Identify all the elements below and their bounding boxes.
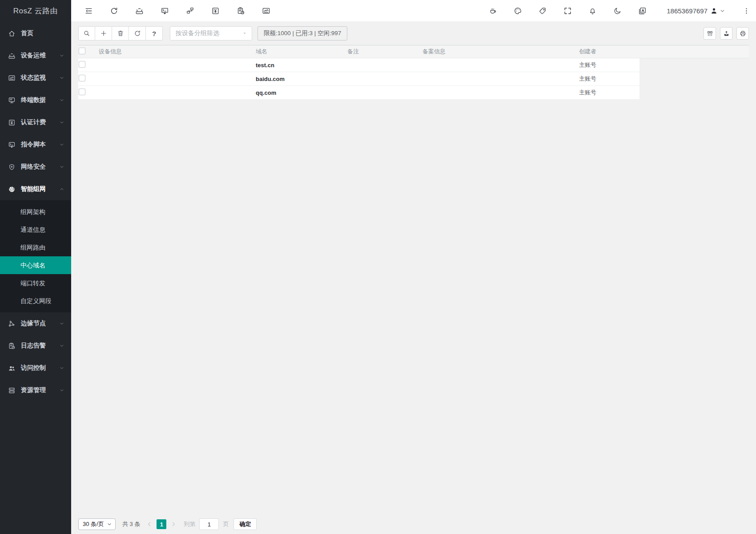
clipboard-clock-icon[interactable] [237, 7, 245, 15]
sidebar-item-resource-mgmt[interactable]: 资源管理 [0, 379, 71, 401]
question-glyph: ? [152, 30, 156, 37]
export-button[interactable] [720, 27, 732, 40]
users-icon [8, 364, 16, 372]
sidebar-item-device-ops[interactable]: 设备运维 [0, 44, 71, 67]
moon-icon[interactable] [613, 7, 622, 15]
sidebar-item-home[interactable]: 首页 [0, 22, 71, 44]
refresh-icon [134, 30, 141, 37]
sidebar-item-log-alert[interactable]: 日志告警 [0, 335, 71, 357]
columns-button[interactable] [704, 27, 716, 40]
chevron-down-icon [59, 75, 64, 81]
confirm-button[interactable]: 确定 [233, 518, 257, 530]
sidebar-item-auth-billing[interactable]: 认证计费 [0, 111, 71, 134]
table-header: 设备信息域名备注备案信息创建者 [78, 45, 749, 58]
user-icon [710, 7, 718, 15]
billing-icon[interactable] [211, 7, 220, 15]
column-header: 备案信息 [422, 48, 579, 56]
sidebar-item-network-security[interactable]: 网络安全 [0, 156, 71, 178]
sidebar-subitem-network-route[interactable]: 组网路由 [0, 239, 71, 256]
columns-icon [707, 30, 713, 37]
device-group-filter-select[interactable]: 按设备分组筛选 [170, 26, 252, 40]
column-header: 设备信息 [99, 48, 256, 56]
chevron-up-icon [59, 186, 64, 192]
sidebar-item-edge-node[interactable]: 边缘节点 [0, 312, 71, 335]
sidebar-item-label: 指令脚本 [21, 141, 59, 149]
current-page-button[interactable]: 1 [157, 519, 166, 529]
translate-icon[interactable] [638, 7, 647, 15]
topology-icon[interactable] [186, 7, 194, 15]
column-header: 备注 [347, 48, 422, 56]
sidebar-item-label: 资源管理 [21, 386, 59, 394]
palette-icon[interactable] [514, 7, 522, 15]
row-checkbox[interactable] [79, 75, 85, 81]
goto-page-input[interactable] [199, 518, 219, 530]
table-body: test.cn主账号baidu.com主账号qq.com主账号 [78, 58, 749, 100]
caret-down-icon [242, 31, 247, 36]
sidebar-subitem-center-domain[interactable]: 中心域名 [0, 256, 71, 274]
sidebar-item-label: 边缘节点 [21, 320, 59, 328]
chevron-down-icon [59, 142, 64, 147]
sidebar-item-label: 首页 [21, 29, 64, 37]
topbar-right-icons [489, 7, 647, 15]
refresh-button[interactable] [129, 26, 146, 40]
select-all-checkbox[interactable] [79, 48, 85, 54]
chevron-down-icon [59, 321, 64, 326]
add-button[interactable] [95, 26, 112, 40]
goto-suffix-label: 页 [223, 520, 229, 528]
globe-icon [8, 186, 16, 193]
sidebar-subitem-port-forward[interactable]: 端口转发 [0, 274, 71, 292]
row-checkbox[interactable] [79, 89, 85, 95]
toolbar-right-buttons [704, 27, 749, 40]
sidebar-item-label: 终端数据 [21, 96, 59, 104]
plus-icon [100, 30, 107, 37]
help-button[interactable]: ? [146, 26, 163, 40]
sidebar: RosZ 云路由 首页设备运维状态监视终端数据认证计费指令脚本网络安全智能组网组… [0, 0, 71, 534]
submenu-smart-network: 组网架构通道信息组网路由中心域名端口转发自定义网段 [0, 200, 71, 312]
sidebar-item-terminal-data[interactable]: 终端数据 [0, 89, 71, 111]
sidebar-item-status-monitor[interactable]: 状态监视 [0, 67, 71, 89]
router-icon[interactable] [135, 7, 144, 15]
table-row: baidu.com主账号 [78, 72, 639, 86]
page-size-select[interactable]: 30 条/页 [78, 518, 116, 530]
bell-icon[interactable] [588, 7, 597, 15]
row-checkbox[interactable] [79, 61, 85, 68]
topbar: 18653697697 [71, 0, 756, 21]
terminal-download-icon[interactable] [161, 7, 169, 15]
sidebar-item-smart-network[interactable]: 智能组网 [0, 178, 71, 200]
sidebar-subitem-network-arch[interactable]: 组网架构 [0, 203, 71, 221]
sidebar-item-command-script[interactable]: 指令脚本 [0, 134, 71, 156]
column-header: 创建者 [579, 48, 639, 56]
main-content: ? 按设备分组筛选 限额:1000 | 已用:3 | 空闲:997 设备信息域名… [71, 21, 756, 534]
next-page-icon[interactable] [170, 521, 177, 527]
search-button[interactable] [78, 26, 95, 40]
search-icon [83, 30, 90, 37]
sidebar-subitem-channel-info[interactable]: 通道信息 [0, 221, 71, 239]
refresh-icon[interactable] [110, 7, 118, 15]
printer-icon [740, 30, 746, 37]
account-menu[interactable]: 18653697697 [667, 7, 725, 15]
sidebar-item-label: 日志告警 [21, 342, 59, 350]
menu-fold-icon[interactable] [84, 7, 93, 15]
sidebar-item-label: 状态监视 [21, 74, 59, 82]
sidebar-item-access-control[interactable]: 访问控制 [0, 357, 71, 379]
more-menu-icon[interactable] [743, 7, 750, 15]
server-icon [8, 387, 16, 394]
router-icon [8, 52, 16, 60]
pagination-bar: 30 条/页 共 3 条 1 到第 页 确定 [78, 518, 257, 530]
print-button[interactable] [736, 27, 749, 40]
prev-page-icon[interactable] [146, 521, 153, 527]
chart-monitor-icon[interactable] [262, 7, 270, 15]
sidebar-subitem-custom-subnet[interactable]: 自定义网段 [0, 292, 71, 310]
table-toolbar: ? 按设备分组筛选 限额:1000 | 已用:3 | 空闲:997 [71, 21, 756, 40]
fullscreen-icon[interactable] [563, 7, 572, 15]
export-icon [723, 30, 730, 37]
cell-creator: 主账号 [579, 89, 639, 97]
page-size-label: 30 条/页 [83, 520, 104, 528]
tag-icon[interactable] [539, 7, 547, 15]
chevron-down-icon [59, 365, 64, 371]
coffee-icon[interactable] [489, 7, 497, 15]
delete-button[interactable] [112, 26, 129, 40]
cell-creator: 主账号 [579, 75, 639, 83]
shield-icon [8, 163, 16, 171]
sidebar-item-label: 设备运维 [21, 52, 59, 60]
